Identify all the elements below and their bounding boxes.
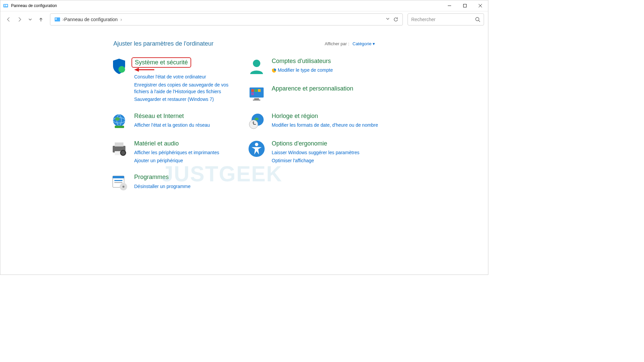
svg-line-12 (479, 20, 480, 22)
view-by-control: Afficher par : Catégorie ▾ (325, 41, 375, 46)
category-title-network[interactable]: Réseau et Internet (134, 112, 184, 120)
svg-rect-38 (253, 100, 260, 101)
search-icon[interactable] (475, 17, 480, 22)
svg-rect-27 (114, 180, 122, 181)
sublink[interactable]: Enregistrer des copies de sauvegarde de … (134, 82, 241, 95)
sublink[interactable]: Optimiser l'affichage (272, 158, 378, 164)
category-system-security: Système et sécurité Consulter l'état de … (110, 57, 241, 103)
svg-point-46 (255, 143, 258, 146)
nav-up-button[interactable] (37, 15, 45, 24)
programs-icon (110, 173, 128, 191)
chevron-right-icon: › (120, 17, 122, 22)
window-maximize-button[interactable] (457, 0, 473, 11)
svg-rect-19 (115, 126, 124, 128)
sublink[interactable]: Laisser Windows suggérer les paramètres (272, 149, 378, 156)
svg-point-31 (253, 60, 260, 67)
window-minimize-button[interactable] (442, 0, 457, 11)
svg-rect-21 (115, 142, 123, 146)
svg-rect-36 (251, 93, 254, 95)
sublink[interactable]: Afficher l'état et la gestion du réseau (134, 122, 241, 129)
category-title-programs[interactable]: Programmes (134, 173, 169, 181)
svg-rect-1 (4, 5, 5, 5)
window-close-button[interactable] (473, 0, 488, 11)
nav-history-dropdown[interactable] (26, 15, 35, 24)
search-bar (408, 13, 484, 25)
svg-point-16 (113, 114, 125, 126)
svg-point-11 (476, 17, 479, 21)
category-title-ease[interactable]: Options d'ergonomie (272, 140, 327, 147)
refresh-button[interactable] (393, 17, 398, 22)
svg-rect-5 (464, 4, 467, 7)
svg-point-40 (255, 118, 259, 120)
accessibility-icon (248, 140, 266, 158)
control-panel-window: Panneau de configuration (0, 0, 488, 275)
category-hardware: Matériel et audio Afficher les périphéri… (110, 140, 241, 164)
sublink[interactable]: Sauvegarder et restaurer (Windows 7) (134, 96, 241, 103)
svg-rect-35 (258, 89, 261, 92)
category-network: Réseau et Internet Afficher l'état et la… (110, 112, 241, 130)
sublink[interactable]: Désinstaller un programme (134, 183, 241, 190)
annotation-arrow-icon (134, 68, 241, 72)
svg-rect-2 (4, 6, 5, 6)
window-title: Panneau de configuration (11, 3, 57, 8)
titlebar: Panneau de configuration (0, 0, 488, 11)
nav-back-button[interactable] (4, 15, 13, 24)
uac-shield-icon (272, 68, 276, 73)
category-ease-of-access: Options d'ergonomie Laisser Windows sugg… (248, 140, 378, 164)
nav-forward-button[interactable] (15, 15, 24, 24)
svg-rect-10 (55, 19, 57, 20)
printer-icon (110, 140, 128, 158)
address-dropdown-button[interactable] (386, 17, 390, 22)
app-icon (3, 3, 8, 8)
page-title: Ajuster les paramètres de l'ordinateur (113, 40, 214, 47)
svg-rect-9 (55, 18, 57, 19)
sublink[interactable]: Consulter l'état de votre ordinateur (134, 74, 241, 80)
sublink[interactable]: Ajouter un périphérique (134, 158, 241, 164)
category-title-clock[interactable]: Horloge et région (272, 112, 318, 120)
address-bar[interactable]: › Panneau de configuration › (50, 13, 403, 25)
sublink[interactable]: Afficher les périphériques et imprimante… (134, 149, 241, 156)
category-title-users[interactable]: Comptes d'utilisateurs (272, 57, 331, 65)
svg-point-30 (122, 186, 124, 188)
chevron-down-icon: ▾ (373, 41, 375, 46)
category-users: Comptes d'utilisateurs Modifier le type … (248, 57, 378, 75)
svg-rect-37 (254, 98, 259, 100)
breadcrumb-item[interactable]: Panneau de configuration (64, 17, 118, 22)
sublink[interactable]: Modifier le type de compte (272, 67, 378, 74)
category-title-appearance[interactable]: Apparence et personnalisation (272, 85, 353, 93)
svg-rect-26 (113, 176, 124, 178)
category-title-system[interactable]: Système et sécurité (131, 57, 191, 68)
svg-point-24 (121, 151, 125, 155)
svg-rect-34 (255, 89, 257, 92)
svg-rect-28 (114, 182, 122, 183)
svg-rect-3 (6, 5, 7, 6)
content-area: JUSTGEEK Ajuster les paramètres de l'ord… (0, 27, 488, 275)
category-clock: L Horloge et région Modifier les formats… (248, 112, 378, 130)
category-programs: Programmes Désinstaller un programme (110, 173, 241, 191)
view-by-dropdown[interactable]: Catégorie ▾ (353, 41, 375, 46)
svg-marker-15 (134, 68, 139, 72)
control-panel-icon (54, 16, 60, 22)
category-title-hardware[interactable]: Matériel et audio (134, 140, 179, 147)
svg-point-13 (118, 66, 125, 73)
toolbar: › Panneau de configuration › (0, 11, 488, 27)
sublink[interactable]: Modifier les formats de date, d'heure ou… (272, 122, 378, 129)
clock-globe-icon: L (248, 112, 266, 130)
svg-point-18 (115, 117, 120, 121)
search-input[interactable] (411, 17, 475, 22)
shield-icon (110, 57, 128, 75)
category-appearance: Apparence et personnalisation (248, 85, 378, 103)
user-icon (248, 57, 266, 75)
svg-text:L: L (252, 121, 254, 124)
view-by-label: Afficher par : (325, 41, 349, 46)
display-icon (248, 85, 266, 103)
globe-icon (110, 112, 128, 130)
svg-rect-33 (251, 89, 254, 92)
